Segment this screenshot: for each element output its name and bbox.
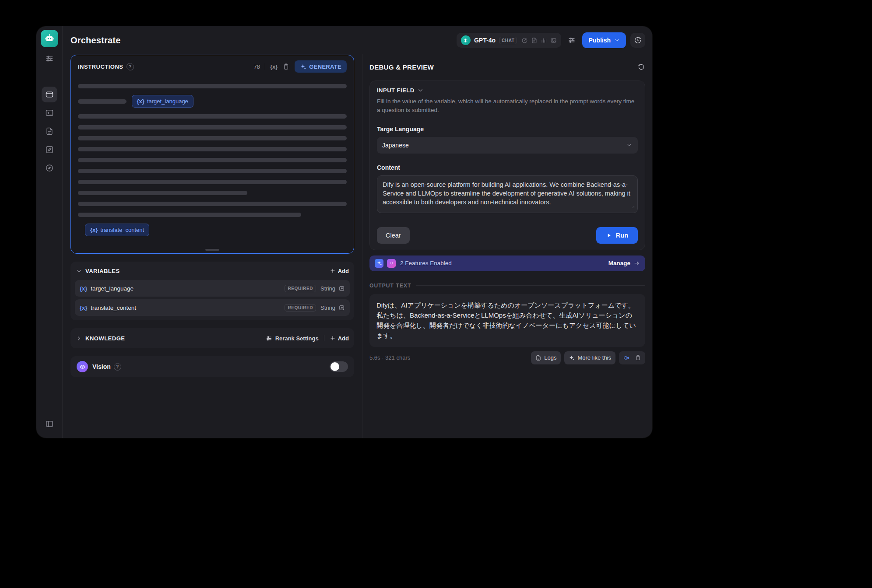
rail-orchestrate-settings-button[interactable] [42,51,57,66]
content-value: Dify is an open-source platform for buil… [383,181,630,206]
rail-annotations-button[interactable] [42,142,57,158]
model-selector[interactable]: GPT-4o CHAT [457,33,561,48]
variable-name: translate_content [91,304,136,311]
output-text-label: OUTPUT TEXT [369,283,411,289]
variable-list: {x} target_language REQUIRED String [70,280,354,320]
variable-type-selector[interactable]: String [320,285,345,292]
input-field-header[interactable]: INPUT FIELD [377,87,638,94]
rerank-settings-button[interactable]: Rerank Settings [266,335,319,342]
clear-button[interactable]: Clear [377,227,410,244]
skeleton-bar [78,99,127,104]
variable-type-label: String [320,285,335,292]
generate-label: GENERATE [309,63,341,70]
version-history-button[interactable] [630,33,645,48]
compass-icon [45,164,54,172]
variable-row-meta: REQUIRED String [285,304,345,312]
variable-chip-target_language[interactable]: {x}target_language [132,95,193,108]
textarea-resize-handle[interactable] [629,203,635,211]
copy-clipboard-icon[interactable] [282,63,290,70]
rail-api-access-button[interactable] [42,105,57,121]
variable-row-translate-content[interactable]: {x} translate_content REQUIRED String [75,299,350,316]
variable-row-target-language[interactable]: {x} target_language REQUIRED String [75,280,350,297]
left-icon-rail [36,26,63,438]
sparkle-icon [569,355,575,361]
content-textarea[interactable]: Dify is an open-source platform for buil… [377,175,638,213]
variable-type-selector[interactable]: String [320,304,345,311]
publish-button[interactable]: Publish [582,32,626,48]
skeleton-bar [78,158,347,162]
add-knowledge-button[interactable]: Add [330,335,349,342]
debug-header: DEBUG & PREVIEW [369,63,645,71]
output-divider-line [416,285,645,286]
rail-monitoring-button[interactable] [42,160,57,176]
rerank-label: Rerank Settings [275,335,319,342]
document-icon [531,37,538,44]
debug-actions: Clear Run [377,227,638,244]
model-mode-badge: CHAT [499,37,517,44]
sparkle-icon [300,63,306,70]
model-capability-icons [521,37,557,44]
output-text: Difyは、AIアプリケーションを構築するためのオープンソースプラットフォームで… [376,301,636,340]
clear-label: Clear [386,232,401,239]
rail-logs-button[interactable] [42,123,57,139]
instructions-header: INSTRUCTIONS ? 78 {x} GENERATE [78,60,347,73]
chevron-down-icon [76,268,82,274]
chevron-right-icon [76,335,82,342]
feature-sparkle-icon [375,259,383,268]
knowledge-section: KNOWLEDGE Rerank Settings Add [70,328,354,348]
text-to-speech-button[interactable] [621,352,632,364]
sliders-icon [568,36,576,44]
rail-app-config-button[interactable] [42,87,57,102]
skeleton-row [78,84,347,88]
debug-preview-panel: DEBUG & PREVIEW INPUT FIELD Fill in the … [362,54,652,438]
app-header: Orchestrate GPT-4o CHAT [63,26,652,54]
skeleton-row [78,180,347,184]
model-parameters-button[interactable] [566,34,578,46]
restart-debug-button[interactable] [637,63,645,71]
variables-header[interactable]: VARIABLES Add [70,262,354,280]
run-button[interactable]: Run [596,227,638,244]
chip-label: translate_content [100,227,144,233]
editor-resize-handle[interactable] [205,249,219,251]
output-meta: 5.6s · 321 chars [369,354,410,361]
instructions-editor[interactable]: INSTRUCTIONS ? 78 {x} GENERATE [70,55,354,254]
target-language-value: Japanese [382,142,409,149]
target-language-select[interactable]: Japanese [377,137,638,154]
variable-chip-translate_content[interactable]: {x}translate_content [85,224,149,236]
skeleton-row [78,158,347,162]
logs-icon [535,355,541,361]
copy-output-button[interactable] [632,352,643,364]
plus-icon [330,335,336,341]
variable-x-icon: {x} [137,98,144,105]
logs-document-icon [45,127,54,136]
vision-help-icon[interactable]: ? [114,363,121,371]
clipboard-icon [635,354,641,361]
app-window: Orchestrate GPT-4o CHAT [36,26,652,438]
debug-title: DEBUG & PREVIEW [369,63,434,71]
vision-title: Vision [92,363,111,370]
knowledge-header[interactable]: KNOWLEDGE Rerank Settings Add [70,328,354,348]
vision-toggle[interactable] [330,361,348,372]
insert-variable-button[interactable]: {x} [270,63,278,70]
manage-label: Manage [608,260,630,266]
variables-title: VARIABLES [85,268,120,274]
app-avatar[interactable] [41,30,58,47]
generate-button[interactable]: GENERATE [295,60,347,73]
toolbar-divider [265,63,265,70]
instructions-help-icon[interactable]: ? [127,63,134,70]
logs-button[interactable]: Logs [531,351,561,364]
skeleton-bar [78,125,347,130]
toggle-knob [331,362,339,371]
prompt-skeleton: {x}target_language{x}translate_content [78,84,347,236]
app-window-icon [45,90,54,99]
more-like-this-button[interactable]: More like this [564,351,615,364]
collapse-sidebar-button[interactable] [42,416,57,432]
model-name: GPT-4o [474,37,496,44]
open-type-icon [338,285,345,292]
history-clock-icon [634,36,642,44]
open-type-icon [338,304,345,311]
char-count: 78 [254,63,260,70]
manage-features-button[interactable]: Manage [608,260,640,266]
chip-label: target_language [147,98,188,105]
add-variable-button[interactable]: Add [330,268,349,274]
